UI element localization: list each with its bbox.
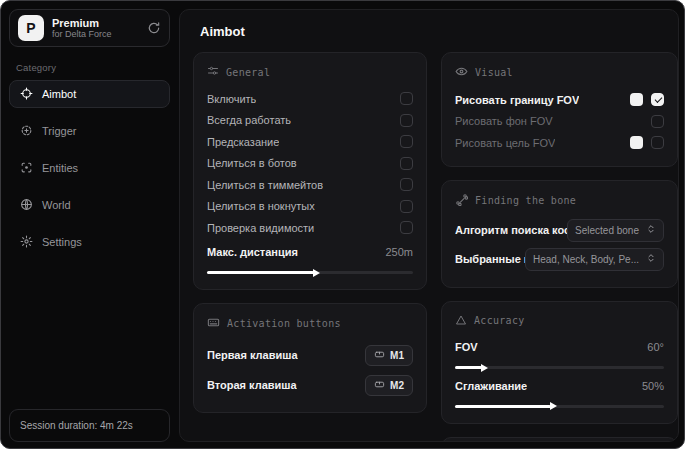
sidebar-item-aimbot[interactable]: Aimbot <box>9 80 170 108</box>
checkbox[interactable] <box>400 178 413 191</box>
fov-border-color-swatch[interactable] <box>630 93 643 106</box>
checkbox[interactable] <box>400 200 413 213</box>
main-panel: Aimbot General <box>179 9 679 442</box>
max-distance-slider-block: Макс. дистанция 250m <box>207 242 413 275</box>
bone-card: Finding the bone Алгоритм поиска кост Se… <box>441 180 678 288</box>
checkbox[interactable] <box>651 136 664 149</box>
general-header-label: General <box>226 67 270 78</box>
fov-slider-block: FOV 60° <box>455 337 664 370</box>
page-title: Aimbot <box>200 24 665 39</box>
checkbox[interactable] <box>400 135 413 148</box>
checkbox[interactable] <box>400 157 413 170</box>
smoothing-value: 50% <box>642 380 664 392</box>
draw-fov-background-label: Рисовать фон FOV <box>455 115 553 127</box>
selected-bones-label: Выбранные кос <box>455 253 525 265</box>
brand-card: P Premium for Delta Force <box>9 9 170 47</box>
toggle-label: Проверка видимости <box>207 222 314 234</box>
fov-label: FOV <box>455 341 478 353</box>
sliders-icon <box>207 65 219 79</box>
toggle-label: Предсказание <box>207 136 279 148</box>
brand-title: Premium <box>52 17 139 30</box>
fov-target-color-swatch[interactable] <box>630 136 643 149</box>
mouse-icon <box>374 379 385 392</box>
toggle-row-prediction: Предсказание <box>207 131 413 153</box>
draw-fov-target-label: Рисовать цель FOV <box>455 137 555 149</box>
activation-header-label: Activation buttons <box>227 318 341 329</box>
fov-slider[interactable] <box>455 366 664 369</box>
toggle-label: Включить <box>207 93 256 105</box>
second-key-label: Вторая клавиша <box>207 379 297 391</box>
delta-icon <box>455 314 467 328</box>
sidebar-item-label: Aimbot <box>42 88 76 100</box>
bone-algorithm-label: Алгоритм поиска кост <box>455 224 567 236</box>
entities-icon <box>20 161 33 176</box>
sidebar-item-label: Settings <box>42 236 82 248</box>
selected-bones-select[interactable]: Head, Neck, Body, Pe... <box>525 248 664 271</box>
first-key-row: Первая клавиша M1 <box>207 340 413 370</box>
draw-fov-border-row: Рисовать границу FOV <box>455 89 664 111</box>
sidebar-item-trigger[interactable]: Trigger <box>9 117 170 145</box>
visual-card: Visual Рисовать границу FOV Рисовать фон… <box>441 52 678 167</box>
draw-fov-background-row: Рисовать фон FOV <box>455 111 664 133</box>
draw-fov-border-label: Рисовать границу FOV <box>455 94 579 106</box>
toggle-label: Всегда работать <box>207 114 291 126</box>
keyboard-icon <box>207 316 220 331</box>
switch-delay-card: Switch Delay Задержка переключения Задер… <box>441 437 678 443</box>
session-duration-text: Session duration: 4m 22s <box>20 420 133 431</box>
toggle-row-target-teammates: Целиться в тиммейтов <box>207 174 413 196</box>
selected-bones-value: Head, Neck, Body, Pe... <box>533 254 639 265</box>
sidebar: P Premium for Delta Force Category Aimbo… <box>1 1 178 448</box>
second-key-bind-button[interactable]: M2 <box>365 375 413 396</box>
toggle-row-target-knocked: Целиться в нокнутых <box>207 196 413 218</box>
draw-fov-target-row: Рисовать цель FOV <box>455 132 664 154</box>
bone-algorithm-value: Selected bone <box>575 225 639 236</box>
activation-card: Activation buttons Первая клавиша M1 <box>193 303 427 413</box>
toggle-label: Целиться в ботов <box>207 157 297 169</box>
chevron-up-down-icon <box>646 253 656 265</box>
checkbox[interactable] <box>400 92 413 105</box>
visual-header-label: Visual <box>475 67 513 78</box>
checkbox[interactable] <box>651 115 664 128</box>
sidebar-item-label: World <box>42 199 71 211</box>
crosshair-icon <box>20 87 33 102</box>
smoothing-slider[interactable] <box>455 405 664 408</box>
general-header: General <box>207 65 413 79</box>
trigger-icon <box>20 124 33 139</box>
mouse-icon <box>374 349 385 362</box>
gear-icon <box>20 235 33 250</box>
first-key-label: Первая клавиша <box>207 349 298 361</box>
toggle-row-target-bots: Целиться в ботов <box>207 153 413 175</box>
bone-algorithm-row: Алгоритм поиска кост Selected bone <box>455 217 664 244</box>
accuracy-header-label: Accuracy <box>474 315 525 326</box>
general-card: General Включить Всегда работать Предска… <box>193 52 427 290</box>
checkbox[interactable] <box>651 93 664 106</box>
session-duration: Session duration: 4m 22s <box>9 409 170 442</box>
checkbox[interactable] <box>400 221 413 234</box>
max-distance-slider[interactable] <box>207 271 413 274</box>
smoothing-label: Сглаживание <box>455 380 527 392</box>
refresh-icon[interactable] <box>147 21 161 35</box>
accuracy-card: Accuracy FOV 60° Сглаживание <box>441 301 678 424</box>
bone-algorithm-select[interactable]: Selected bone <box>567 219 664 242</box>
sidebar-item-world[interactable]: World <box>9 191 170 219</box>
eye-icon <box>455 65 468 80</box>
smoothing-slider-block: Сглаживание 50% <box>455 375 664 408</box>
max-distance-label: Макс. дистанция <box>207 246 298 258</box>
bone-icon <box>455 193 468 208</box>
sidebar-item-label: Trigger <box>42 125 76 137</box>
sidebar-item-entities[interactable]: Entities <box>9 154 170 182</box>
max-distance-row: Макс. дистанция 250m <box>207 242 413 264</box>
toggle-label: Целиться в тиммейтов <box>207 179 323 191</box>
brand-subtitle: for Delta Force <box>52 29 139 39</box>
activation-header: Activation buttons <box>207 316 413 331</box>
toggle-row-enable: Включить <box>207 88 413 110</box>
bone-header-label: Finding the bone <box>475 195 576 206</box>
brand-text: Premium for Delta Force <box>52 17 139 40</box>
fov-row: FOV 60° <box>455 337 664 359</box>
first-key-bind-button[interactable]: M1 <box>365 345 413 366</box>
checkbox[interactable] <box>400 114 413 127</box>
toggle-label: Целиться в нокнутых <box>207 200 315 212</box>
sidebar-item-settings[interactable]: Settings <box>9 228 170 256</box>
fov-value: 60° <box>647 341 664 353</box>
visual-header: Visual <box>455 65 664 80</box>
